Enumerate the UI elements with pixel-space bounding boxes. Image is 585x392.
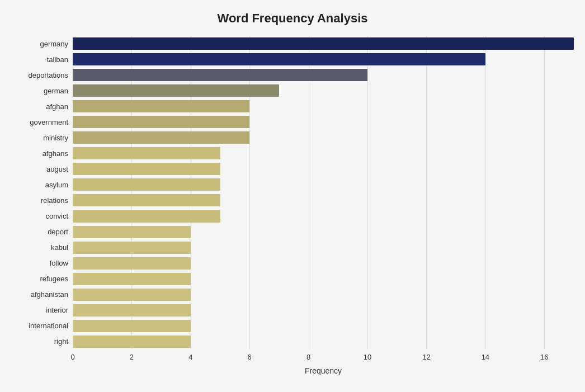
y-label-asylum: asylum bbox=[11, 177, 68, 192]
bar-german bbox=[73, 84, 279, 97]
bar-row-refugees bbox=[73, 271, 574, 287]
bar-afghans bbox=[73, 147, 220, 159]
bar-afghan bbox=[73, 100, 249, 112]
y-label-kabul: kabul bbox=[11, 240, 68, 256]
bar-row-german bbox=[73, 83, 574, 98]
bar-relations bbox=[73, 194, 220, 206]
bar-right bbox=[73, 336, 191, 348]
y-label-follow: follow bbox=[11, 256, 68, 271]
bar-row-afghanistan bbox=[73, 287, 574, 303]
x-tick-8: 8 bbox=[300, 353, 317, 361]
x-axis-labels: 0246810121416 bbox=[73, 353, 574, 364]
bar-germany bbox=[73, 37, 574, 50]
bar-row-convict bbox=[73, 209, 574, 224]
x-tick-4: 4 bbox=[182, 353, 199, 361]
bar-row-taliban bbox=[73, 51, 574, 67]
chart-title: Word Frequency Analysis bbox=[11, 11, 574, 26]
bar-row-government bbox=[73, 114, 574, 130]
y-label-afghan: afghan bbox=[11, 98, 68, 114]
bar-row-deport bbox=[73, 224, 574, 240]
bar-refugees bbox=[73, 273, 191, 285]
x-tick-16: 16 bbox=[536, 353, 553, 361]
bottom-area: 0246810121416 Frequency bbox=[73, 353, 574, 375]
bars-wrapper bbox=[73, 36, 574, 350]
y-axis-labels: germanytalibandeportationsgermanafghango… bbox=[11, 36, 73, 350]
y-label-german: german bbox=[11, 83, 68, 98]
bar-row-kabul bbox=[73, 240, 574, 256]
bar-kabul bbox=[73, 242, 191, 254]
x-axis-title: Frequency bbox=[73, 366, 574, 375]
bar-row-right bbox=[73, 334, 574, 350]
bar-august bbox=[73, 163, 220, 175]
y-label-interior: interior bbox=[11, 303, 68, 318]
y-label-afghanistan: afghanistan bbox=[11, 287, 68, 303]
y-label-right: right bbox=[11, 334, 68, 350]
bar-row-follow bbox=[73, 256, 574, 271]
x-tick-12: 12 bbox=[418, 353, 435, 361]
x-tick-6: 6 bbox=[241, 353, 258, 361]
bar-row-afghan bbox=[73, 98, 574, 114]
bar-international bbox=[73, 320, 191, 332]
bar-taliban bbox=[73, 53, 485, 65]
y-label-international: international bbox=[11, 318, 68, 334]
bar-interior bbox=[73, 304, 191, 317]
bar-deportations bbox=[73, 69, 367, 81]
bar-row-interior bbox=[73, 303, 574, 318]
bar-follow bbox=[73, 257, 191, 270]
bar-deport bbox=[73, 226, 191, 238]
bar-asylum bbox=[73, 178, 220, 191]
x-tick-10: 10 bbox=[359, 353, 376, 361]
x-tick-0: 0 bbox=[64, 353, 81, 361]
bar-row-asylum bbox=[73, 177, 574, 192]
y-label-august: august bbox=[11, 161, 68, 177]
bar-ministry bbox=[73, 131, 249, 144]
chart-container: Word Frequency Analysis germanytalibande… bbox=[0, 0, 585, 392]
bar-row-august bbox=[73, 161, 574, 177]
y-label-convict: convict bbox=[11, 209, 68, 224]
x-tick-2: 2 bbox=[123, 353, 140, 361]
bar-government bbox=[73, 116, 249, 128]
y-label-taliban: taliban bbox=[11, 51, 68, 67]
bar-row-international bbox=[73, 318, 574, 334]
y-label-deport: deport bbox=[11, 224, 68, 240]
x-tick-14: 14 bbox=[477, 353, 494, 361]
bar-convict bbox=[73, 210, 220, 223]
chart-area: germanytalibandeportationsgermanafghango… bbox=[11, 36, 574, 350]
bar-row-afghans bbox=[73, 145, 574, 161]
y-label-deportations: deportations bbox=[11, 67, 68, 83]
bar-row-deportations bbox=[73, 67, 574, 83]
bars-and-grid bbox=[73, 36, 574, 350]
bar-row-relations bbox=[73, 192, 574, 208]
bar-row-germany bbox=[73, 36, 574, 51]
y-label-refugees: refugees bbox=[11, 271, 68, 287]
y-label-relations: relations bbox=[11, 192, 68, 208]
y-label-afghans: afghans bbox=[11, 145, 68, 161]
bar-row-ministry bbox=[73, 130, 574, 145]
bar-afghanistan bbox=[73, 289, 191, 301]
y-label-germany: germany bbox=[11, 36, 68, 51]
grid-and-bars bbox=[73, 36, 574, 350]
y-label-ministry: ministry bbox=[11, 130, 68, 145]
y-label-government: government bbox=[11, 114, 68, 130]
